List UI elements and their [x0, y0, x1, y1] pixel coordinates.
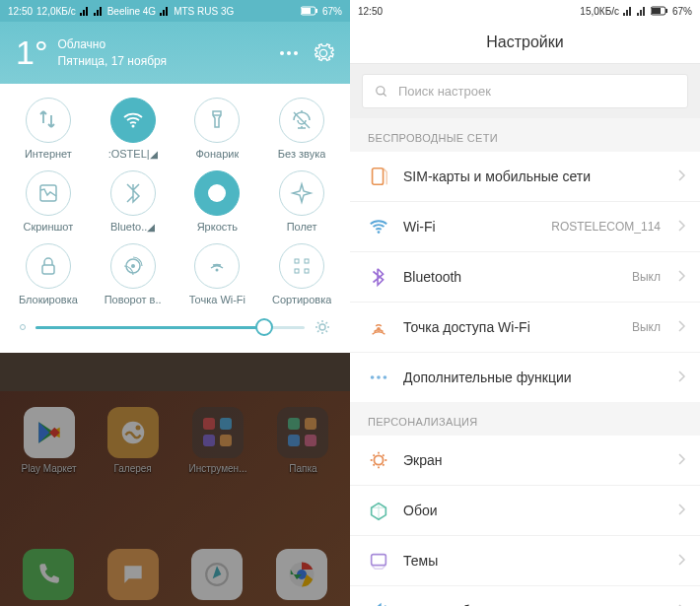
qs-tile-label: Интернет	[25, 148, 72, 160]
status-battery: 67%	[672, 6, 692, 17]
settings-item-value: Выкл	[632, 320, 661, 334]
home-app[interactable]: Папка	[277, 407, 328, 474]
settings-item-sim[interactable]: SIM-карты и мобильные сети	[350, 152, 700, 202]
wifi-icon	[110, 98, 156, 143]
svg-rect-1	[302, 8, 311, 14]
signal-icon	[160, 6, 170, 16]
browser-app-icon[interactable]	[191, 549, 243, 600]
settings-item-bluetooth[interactable]: BluetoothВыкл	[350, 252, 700, 303]
brightness-max-icon	[315, 319, 330, 335]
svg-point-4	[287, 51, 291, 55]
chrome-app-icon[interactable]	[276, 549, 327, 600]
svg-point-39	[371, 375, 375, 379]
qs-tile-label: Точка Wi-Fi	[189, 294, 245, 305]
status-bar-right: 12:50 15,0КБ/с 67%	[350, 0, 700, 22]
sim-icon	[368, 166, 389, 187]
svg-point-41	[384, 375, 387, 379]
mute-icon	[279, 98, 324, 143]
svg-rect-16	[295, 269, 299, 273]
chevron-right-icon	[678, 502, 686, 519]
qs-tile-flashlight[interactable]: Фонарик	[177, 98, 256, 161]
more-icon	[368, 367, 389, 388]
svg-rect-33	[652, 8, 661, 14]
qs-tile-bluetooth[interactable]: Blueto..◢	[94, 170, 173, 234]
display-icon	[368, 449, 389, 471]
qs-tile-rotate[interactable]: Поворот в..	[94, 243, 173, 305]
section-header: ПЕРСОНАЛИЗАЦИЯ	[350, 402, 700, 436]
phone-app-icon[interactable]	[23, 549, 74, 600]
settings-item-wifi[interactable]: Wi-FiROSTELECOM_114	[350, 202, 700, 252]
home-app[interactable]: Play Маркет	[21, 407, 76, 474]
svg-rect-27	[288, 435, 300, 446]
app-label: Play Маркет	[21, 463, 76, 474]
carrier1: Beeline 4G	[107, 6, 156, 17]
hotspot-icon	[368, 316, 389, 338]
settings-item-sound[interactable]: Звук и вибрация	[350, 586, 700, 606]
chevron-right-icon	[678, 218, 686, 236]
quick-settings-panel: Интернет:OSTEL|◢ФонарикБез звукаСкриншот…	[0, 84, 350, 353]
sort-icon	[279, 243, 324, 289]
home-screen-dimmed: Play МаркетГалереяИнструмен...Папка	[0, 391, 350, 606]
status-time: 12:50	[8, 6, 33, 17]
settings-item-label: Темы	[403, 553, 665, 569]
wifi-icon	[368, 216, 389, 237]
qs-tile-label: Полет	[287, 221, 317, 233]
chevron-right-icon	[678, 552, 686, 570]
qs-tile-mute[interactable]: Без звука	[262, 98, 341, 161]
settings-item-wallpaper[interactable]: Обои	[350, 486, 700, 536]
qs-tile-lock[interactable]: Блокировка	[9, 243, 88, 305]
app-label: Папка	[289, 463, 316, 474]
messages-app-icon[interactable]	[107, 549, 159, 600]
bluetooth-icon	[368, 266, 389, 288]
weather-header[interactable]: 1° Облачно Пятница, 17 ноября	[0, 22, 350, 84]
hotspot-icon	[194, 243, 240, 289]
qs-tile-airplane[interactable]: Полет	[262, 170, 341, 234]
home-app[interactable]: Инструмен...	[189, 407, 247, 474]
svg-point-40	[377, 375, 381, 379]
status-battery: 67%	[322, 6, 342, 17]
brightness-slider[interactable]	[6, 315, 344, 345]
settings-item-display[interactable]: Экран	[350, 436, 700, 486]
chevron-right-icon	[678, 318, 686, 336]
qs-tile-label: Яркость	[197, 221, 238, 233]
qs-tile-label: Фонарик	[196, 148, 240, 160]
lock-icon	[26, 243, 71, 289]
qs-tile-sort[interactable]: Сортировка	[262, 243, 341, 305]
qs-tile-label: Без звука	[278, 148, 326, 160]
settings-item-themes[interactable]: Темы	[350, 536, 700, 586]
svg-rect-15	[305, 259, 309, 263]
svg-rect-28	[305, 435, 316, 446]
status-bar-left: 12:50 12,0КБ/с Beeline 4G MTS RUS 3G 67%	[0, 0, 350, 22]
qs-tile-label: Скриншот	[23, 221, 73, 233]
rotate-icon	[110, 243, 156, 289]
qs-tile-swap[interactable]: Интернет	[9, 98, 88, 161]
more-icon[interactable]	[279, 50, 299, 56]
gear-icon[interactable]	[313, 42, 334, 64]
settings-item-hotspot[interactable]: Точка доступа Wi-FiВыкл	[350, 303, 700, 353]
weather-condition: Облачно	[58, 36, 168, 53]
qs-tile-brightness[interactable]: AЯркость	[177, 170, 256, 234]
svg-point-12	[131, 264, 135, 268]
swap-icon	[26, 98, 71, 143]
phone-quick-settings: 12:50 12,0КБ/с Beeline 4G MTS RUS 3G 67%…	[0, 0, 350, 606]
settings-item-more[interactable]: Дополнительные функции	[350, 353, 700, 402]
status-speed: 12,0КБ/с	[36, 6, 76, 17]
svg-rect-43	[372, 555, 386, 566]
qs-tile-hotspot[interactable]: Точка Wi-Fi	[177, 243, 256, 305]
settings-item-value: ROSTELECOM_114	[551, 220, 661, 234]
svg-point-13	[216, 269, 219, 272]
svg-rect-34	[665, 9, 667, 13]
weather-temp: 1°	[16, 34, 48, 72]
qs-tile-screenshot[interactable]: Скриншот	[9, 170, 88, 234]
brightness-track[interactable]	[35, 326, 305, 329]
svg-point-6	[131, 125, 134, 128]
search-icon	[375, 85, 388, 99]
qs-tile-label: Поворот в..	[105, 294, 162, 305]
search-input[interactable]: Поиск настроек	[362, 74, 688, 108]
settings-item-label: Bluetooth	[403, 269, 618, 285]
svg-point-19	[121, 422, 144, 444]
qs-tile-wifi[interactable]: :OSTEL|◢	[94, 98, 173, 161]
home-app[interactable]: Галерея	[107, 407, 159, 474]
svg-rect-21	[203, 418, 215, 430]
svg-rect-10	[42, 265, 54, 274]
